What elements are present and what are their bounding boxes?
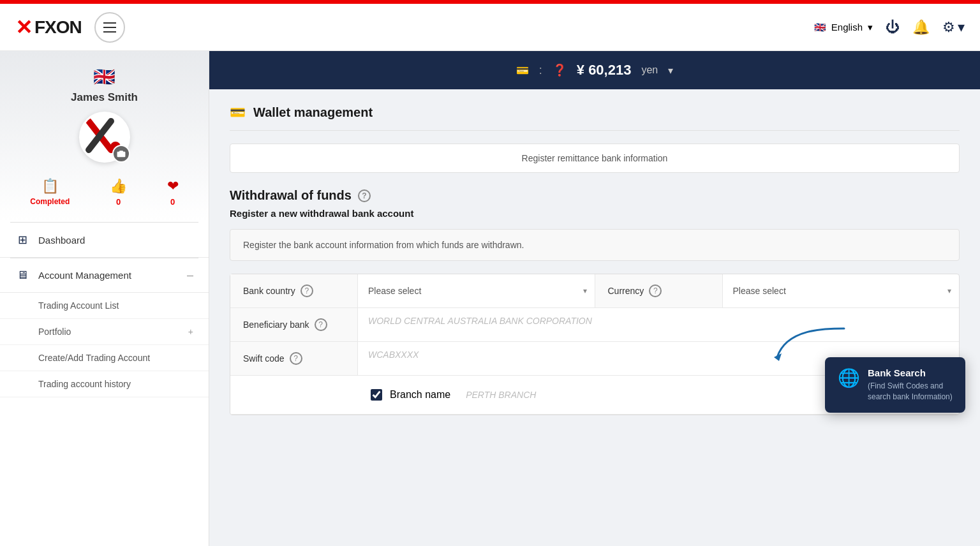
wallet-icon: 💳 xyxy=(516,64,529,77)
settings-button[interactable]: ⚙ ▾ xyxy=(942,19,965,36)
swift-label-cell: Swift code ? xyxy=(230,342,358,375)
globe-icon: 🌐 xyxy=(838,367,860,388)
beneficiary-input-cell xyxy=(358,308,959,341)
layout: 🇬🇧 James Smith xyxy=(0,51,980,546)
header-left: ✕ FXON xyxy=(15,12,125,43)
stat-hearts: ❤ 0 xyxy=(167,178,179,207)
stat-likes: 👍 0 xyxy=(110,178,127,207)
currency-select-wrapper: Please select ▾ xyxy=(723,278,960,304)
balance-bar: 💳 : ❓ ¥ 60,213 yen ▾ xyxy=(209,51,980,89)
bank-country-select-wrapper: Please select ▾ xyxy=(358,278,595,304)
page-wallet-icon: 💳 xyxy=(230,105,246,120)
profile-name: James Smith xyxy=(10,91,198,104)
portfolio-expand-icon: + xyxy=(188,327,193,337)
header-right: 🇬🇧 English ▾ ⏻ 🔔 ⚙ ▾ xyxy=(814,19,965,36)
swift-help-icon[interactable]: ? xyxy=(290,352,302,365)
balance-currency: yen xyxy=(641,64,658,76)
bank-country-select[interactable]: Please select xyxy=(358,278,595,304)
sidebar-item-portfolio[interactable]: Portfolio + xyxy=(0,319,209,345)
branch-name-label: Branch name xyxy=(390,389,450,401)
logo: ✕ FXON xyxy=(15,15,82,40)
logo-text: FXON xyxy=(34,17,82,38)
balance-help-icon[interactable]: ❓ xyxy=(553,63,567,77)
section-title-text: Withdrawal of funds xyxy=(230,188,352,203)
bank-country-label-cell: Bank country ? xyxy=(230,274,358,307)
sidebar-item-account-management[interactable]: 🖥 Account Management – xyxy=(0,258,209,293)
separator: : xyxy=(539,64,542,77)
info-text: Register the bank account information fr… xyxy=(243,240,524,250)
currency-label-cell: Currency ? xyxy=(595,274,723,307)
branch-checkbox[interactable] xyxy=(371,389,382,401)
avatar-container xyxy=(79,112,130,163)
branch-checkbox-cell xyxy=(230,376,358,414)
section-title-row: Withdrawal of funds ? xyxy=(230,188,960,203)
bank-search-title: Bank Search xyxy=(868,367,953,378)
sidebar-item-trading-account-history[interactable]: Trading account history xyxy=(0,371,209,397)
breadcrumb-tab[interactable]: Register remittance bank information xyxy=(230,144,960,173)
sidebar-item-create-trading-account[interactable]: Create/Add Trading Account xyxy=(0,345,209,371)
currency-label: Currency xyxy=(608,286,644,296)
beneficiary-bank-label: Beneficiary bank xyxy=(243,320,309,330)
likes-count: 0 xyxy=(116,197,121,207)
bank-search-arrow xyxy=(774,325,850,364)
currency-help-icon[interactable]: ? xyxy=(649,284,662,297)
stat-completed: 📋 Completed xyxy=(30,178,70,207)
camera-button[interactable] xyxy=(112,145,130,163)
language-chevron: ▾ xyxy=(868,22,873,33)
sidebar-item-dashboard[interactable]: ⊞ Dashboard xyxy=(0,223,209,258)
balance-amount: ¥ 60,213 xyxy=(577,62,632,78)
dashboard-label: Dashboard xyxy=(38,235,85,246)
currency-cell: Currency ? Please select ▾ xyxy=(595,274,960,307)
stats-row: 📋 Completed 👍 0 ❤ 0 xyxy=(10,173,198,212)
language-selector[interactable]: 🇬🇧 English ▾ xyxy=(814,22,873,33)
form-row-bank-country: Bank country ? Please select ▾ xyxy=(230,274,959,308)
withdrawal-form: Bank country ? Please select ▾ xyxy=(230,274,960,415)
collapse-icon: – xyxy=(187,269,193,282)
beneficiary-label-cell: Beneficiary bank ? xyxy=(230,308,358,341)
menu-button[interactable] xyxy=(94,12,125,43)
swift-code-label: Swift code xyxy=(243,353,285,364)
language-label: English xyxy=(831,22,863,33)
info-box: Register the bank account information fr… xyxy=(230,229,960,261)
bank-search-desc: (Find Swift Codes and search bank Inform… xyxy=(868,381,953,402)
bank-country-cell: Bank country ? Please select ▾ xyxy=(230,274,595,307)
beneficiary-help-icon[interactable]: ? xyxy=(315,318,327,331)
page-header: 💳 Wallet management xyxy=(230,105,960,131)
sidebar-item-trading-account-list[interactable]: Trading Account List xyxy=(0,293,209,319)
settings-chevron: ▾ xyxy=(958,19,965,36)
completed-label: Completed xyxy=(30,197,70,206)
balance-chevron[interactable]: ▾ xyxy=(668,64,673,77)
sidebar-profile: 🇬🇧 James Smith xyxy=(0,51,209,222)
header: ✕ FXON 🇬🇧 English ▾ ⏻ 🔔 ⚙ ▾ xyxy=(0,4,980,51)
flag-uk-icon: 🇬🇧 xyxy=(814,22,826,33)
main-content: 💳 : ❓ ¥ 60,213 yen ▾ 💳 Wallet management… xyxy=(209,51,980,546)
camera-icon xyxy=(117,149,126,158)
beneficiary-bank-input[interactable] xyxy=(358,308,959,334)
page-content-area: 💳 Wallet management Register remittance … xyxy=(209,89,980,431)
profile-flag: 🇬🇧 xyxy=(10,66,198,87)
monitor-icon: 🖥 xyxy=(15,269,29,282)
currency-select[interactable]: Please select xyxy=(723,278,960,304)
breadcrumb-text: Register remittance bank information xyxy=(522,153,668,163)
sidebar-nav: ⊞ Dashboard 🖥 Account Management – Tradi… xyxy=(0,223,209,397)
hearts-count: 0 xyxy=(170,197,175,207)
bank-search-text: Bank Search (Find Swift Codes and search… xyxy=(868,367,953,402)
gear-icon: ⚙ xyxy=(942,19,955,36)
page-title: Wallet management xyxy=(253,105,373,120)
bank-country-help-icon[interactable]: ? xyxy=(301,284,313,297)
bank-country-label: Bank country xyxy=(243,286,295,296)
bell-icon[interactable]: 🔔 xyxy=(912,19,930,36)
bank-search-inner: 🌐 Bank Search (Find Swift Codes and sear… xyxy=(838,367,953,402)
grid-icon: ⊞ xyxy=(15,233,29,247)
power-icon[interactable]: ⏻ xyxy=(886,19,900,36)
logo-x: ✕ xyxy=(15,15,32,40)
section-help-icon[interactable]: ? xyxy=(358,189,371,202)
bank-search-card[interactable]: 🌐 Bank Search (Find Swift Codes and sear… xyxy=(825,357,965,413)
section-subtitle: Register a new withdrawal bank account xyxy=(230,208,960,219)
account-management-label: Account Management xyxy=(38,270,131,281)
sidebar: 🇬🇧 James Smith xyxy=(0,51,209,546)
